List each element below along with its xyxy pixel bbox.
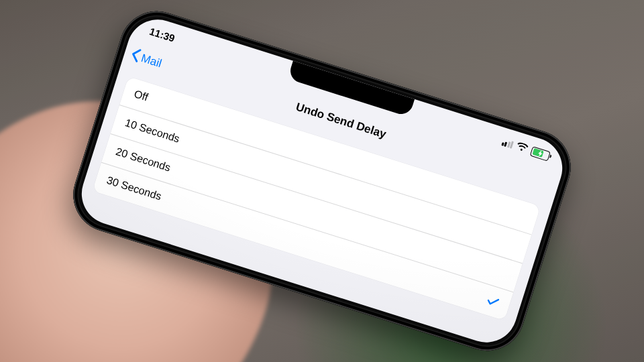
battery-icon	[530, 146, 551, 162]
back-button[interactable]: Mail	[122, 44, 164, 73]
cellular-icon	[501, 138, 514, 148]
back-label: Mail	[140, 52, 164, 70]
status-time: 11:39	[148, 25, 176, 44]
wifi-icon	[515, 141, 529, 155]
checkmark-icon	[486, 295, 500, 309]
option-label: Off	[132, 88, 149, 103]
option-label: 30 Seconds	[105, 174, 163, 203]
status-indicators	[500, 136, 551, 162]
